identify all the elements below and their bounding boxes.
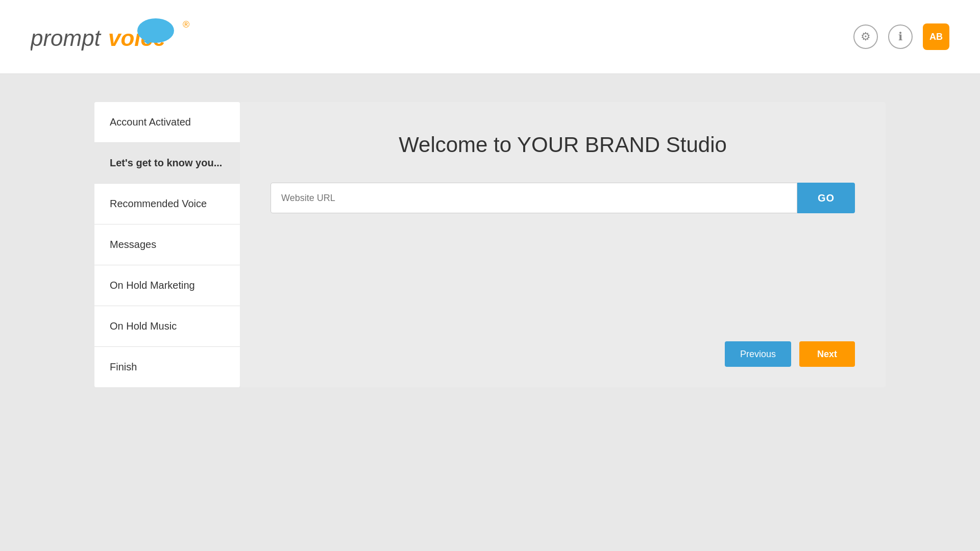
sidebar-item-finish[interactable]: Finish — [94, 347, 240, 387]
website-url-input[interactable] — [271, 183, 797, 213]
logo-area: prompt voice ® — [31, 16, 194, 57]
header-icons: ⚙ ℹ AB — [853, 23, 949, 50]
go-button[interactable]: GO — [797, 183, 855, 213]
sidebar-item-recommended-voice[interactable]: Recommended Voice — [94, 184, 240, 224]
bottom-nav: Previous Next — [271, 326, 855, 367]
avatar-button[interactable]: AB — [923, 23, 949, 50]
info-icon: ℹ — [898, 30, 902, 43]
promptvoice-logo: prompt voice ® — [31, 16, 194, 57]
avatar-initials: AB — [929, 32, 943, 42]
sidebar-item-lets-get-to-know-you[interactable]: Let's get to know you... — [94, 143, 240, 184]
header: prompt voice ® ⚙ ℹ AB — [0, 0, 980, 74]
settings-icon: ⚙ — [861, 30, 871, 43]
url-row: GO — [271, 183, 855, 213]
sidebar-item-on-hold-music[interactable]: On Hold Music — [94, 306, 240, 347]
settings-button[interactable]: ⚙ — [853, 24, 878, 49]
content-title: Welcome to YOUR BRAND Studio — [271, 133, 855, 157]
svg-text:prompt: prompt — [31, 26, 102, 51]
info-button[interactable]: ℹ — [888, 24, 913, 49]
sidebar-item-messages[interactable]: Messages — [94, 224, 240, 265]
svg-text:®: ® — [183, 19, 189, 30]
next-button[interactable]: Next — [799, 341, 855, 367]
sidebar-item-on-hold-marketing[interactable]: On Hold Marketing — [94, 265, 240, 306]
main-container: Account Activated Let's get to know you.… — [94, 74, 886, 387]
sidebar: Account Activated Let's get to know you.… — [94, 102, 240, 387]
logo-svg: prompt voice ® — [31, 16, 194, 57]
content-panel: Welcome to YOUR BRAND Studio GO Previous… — [240, 102, 886, 387]
previous-button[interactable]: Previous — [725, 341, 791, 367]
sidebar-item-account-activated[interactable]: Account Activated — [94, 102, 240, 143]
svg-point-3 — [137, 18, 174, 43]
